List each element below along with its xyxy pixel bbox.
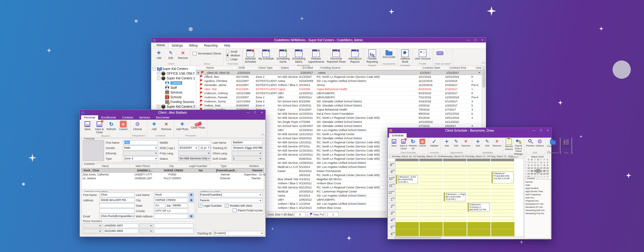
first-name-field[interactable]: Alec [123,140,158,145]
calendar-day[interactable]: 21 [540,169,543,172]
phone2-field[interactable]: (610)480-3809 [103,229,138,233]
sidebar-item-schools[interactable]: Schools [151,95,196,100]
validate-button[interactable]: ✓Validate [429,138,439,148]
calendar-day[interactable]: 1 [543,161,546,164]
calendar-day[interactable]: 3 [536,175,540,178]
contacts-column-city[interactable]: City [156,164,187,168]
close-button[interactable]: × [479,37,486,43]
sidebar-item-funding-sources[interactable]: Funding Sources [151,100,196,104]
appointment[interactable]: D.Barrymore - P.Frank [BID:90R] 9:30 AM-… [491,172,514,183]
phone1-type-select[interactable] [83,223,102,228]
calendar-day[interactable]: 2 [546,161,549,164]
calendar-day[interactable]: 17 [527,169,530,172]
contact-row[interactable]: Rock , Chris(446)580-1...HORSE CREEKYes[… [81,168,264,173]
ribbon-collapse-icon[interactable] [261,134,264,137]
day-header-tuesday[interactable]: Tuesday, March 19, 2019 [416,155,441,158]
release-appointments-button[interactable]: Release Appointments [307,49,325,64]
add-button[interactable]: +Add [148,120,160,131]
calendar-day[interactable]: 26 [533,172,536,175]
close-button[interactable]: × [258,110,265,115]
map-icon[interactable] [189,198,194,203]
column-header-contract-end[interactable]: Contract End [448,66,475,70]
scroll-up-icon[interactable]: ▲ [483,66,485,68]
last-name-field[interactable]: Baldwin [232,140,263,145]
phone2-type-select[interactable] [83,229,102,233]
allday-cell[interactable] [419,159,442,161]
tab-personal[interactable]: Personal [81,115,98,120]
calendar-day[interactable]: 7 [540,164,543,167]
clear-photo-button[interactable]: Clear Photo [190,120,206,130]
save-button[interactable]: Save [81,120,93,131]
client-photo-placeholder[interactable] [83,140,104,161]
table-row[interactable]: Aguilera, Christina6/21/2007SGTESTCLIENT… [196,79,481,83]
maximize-button[interactable]: □ [252,110,258,115]
dob-select[interactable]: 8/16/2007 [178,146,198,150]
calendar-day[interactable]: 13 [536,167,540,169]
calendar-day[interactable]: 5 [543,175,546,178]
schedule-horizontal-scrollbar[interactable] [388,236,523,239]
sidebar-item-super-kid-centers-1[interactable]: −Super Kid Centers 1 [151,76,196,81]
contact-row[interactable]: Zeta-Jones, Catherine(446)577-1777PONDIn… [81,173,264,176]
calendar-day[interactable]: 25 [530,161,533,164]
address-field[interactable]: 30438 WALKER RD. [99,198,135,203]
ethnicity-select[interactable] [123,151,158,156]
appointment[interactable]: D.Barrymore - B.Idol [BII-LAUSD:60R] 10:… [396,175,418,184]
contacts-column-main-phone[interactable]: Main Phone [130,164,156,168]
calendar-day[interactable]: 3 [527,164,530,167]
address-book-button[interactable]: Address Book [399,49,411,64]
contacts-column-legal-guardian[interactable]: Legal Guardian [187,164,210,168]
tab-services[interactable]: Services [136,115,153,120]
legend-button[interactable]: Legend [561,138,571,148]
add-button[interactable]: +Add [442,138,451,148]
calendar-prev-icon[interactable]: ‹ [524,155,527,158]
column-header-grade[interactable]: Grade [475,66,481,70]
calendar-day[interactable]: 29 [543,172,546,175]
service-actions-button[interactable]: Service Actions [504,138,514,151]
flexible-reporting-button[interactable]: Flexible Reporting [365,49,379,64]
scheduling-genie-button[interactable]: Scheduling Genie [275,49,291,64]
column-header-contract-start[interactable]: Contract Start [422,66,448,70]
table-row[interactable]: Alexander, Jaimie6/12/2007SGTESTCLIENTAn… [196,83,481,87]
calendar-day[interactable]: 19 [533,169,536,172]
legal-guardian-checkbox[interactable]: ✓Legal Guardian [198,204,222,208]
close-button[interactable]: × [544,128,551,133]
ribbon-collapse-icon[interactable] [481,62,485,65]
day-column-tuesday[interactable] [419,161,443,236]
calendar-day[interactable]: 25 [530,172,533,175]
remove-button[interactable]: ×Remove [177,49,189,60]
font-size-radio-large[interactable]: Large [226,57,240,61]
remove-button[interactable]: ×Remove [492,138,502,148]
parent-portal-access-checkbox[interactable]: Parent Portal Access [233,209,263,212]
tree-expand-icon[interactable]: + [157,72,160,75]
type-select[interactable]: Zone 3 [123,156,158,161]
calendar-day[interactable]: 24 [527,161,530,164]
table-row[interactable]: Anderson, Pamela2/13/2007Zone 2UBH6/20/2… [196,95,481,100]
calendar-day[interactable]: 26 [533,161,536,164]
calendar-day[interactable]: 27 [536,161,540,164]
cancel-button[interactable]: ×Cancel [117,120,129,131]
day-column-friday[interactable]: D.Barrymore - P.Frank [BID:90R] 9:30 AM-… [491,161,514,236]
address-line2-field[interactable] [99,203,135,208]
client-lang-select[interactable] [232,151,263,156]
contact-row[interactable]: Le, Jessica(446)526-1267PALO CEDROExtern… [81,176,264,180]
minimize-button[interactable]: — [530,128,537,133]
prev-day-icon[interactable]: ‹ [388,155,392,158]
day-header-thursday[interactable]: Thursday, March 21, 2019 [465,155,489,158]
menu-tab-billing[interactable]: Billing [186,43,201,48]
contacts-column-relation[interactable]: Relation [238,164,265,168]
stay-put-flag-chip[interactable]: Stay Put [308,212,325,217]
table-row[interactable]: Affleck, Ben9/27/2005Zone 2NA-605 Servic… [196,75,481,79]
gender-select[interactable]: Male [123,146,158,150]
sidebar-item-staff[interactable]: Staff [151,85,196,90]
contact-first-name-field[interactable]: Chris [99,192,135,197]
menu-tab-help[interactable]: Help [221,43,234,48]
sidebar-item-services[interactable]: Services [151,90,196,95]
county-field[interactable]: CITY OF LA [154,209,188,213]
tab-contacts[interactable]: Contacts [119,115,136,120]
allday-cell[interactable] [491,159,514,161]
contact-last-name-field[interactable]: Rock [154,192,188,197]
calendar-day[interactable]: 24 [527,172,530,175]
tree-expand-icon[interactable]: − [153,67,156,71]
day-column-monday[interactable]: D.Barrymore - B.Idol [BII-LAUSD:60R] 10:… [396,161,419,236]
fmly-lang-select[interactable] [178,151,211,156]
